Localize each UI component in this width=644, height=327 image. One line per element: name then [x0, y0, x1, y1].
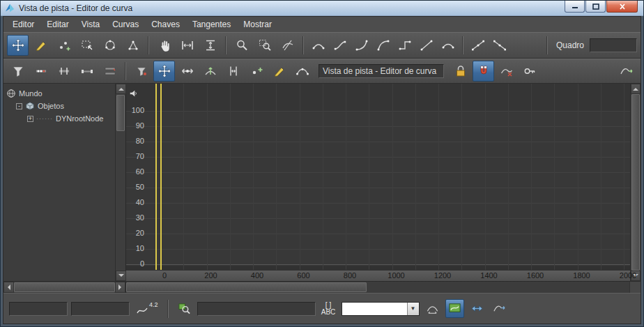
rotate-keys-button[interactable] — [99, 35, 121, 56]
track-view-name-field[interactable]: Vista de pista - Editor de curva — [319, 64, 444, 78]
titlebar[interactable]: Vista de pista - Editor de curva — [1, 1, 643, 16]
menu-curvas[interactable]: Curvas — [106, 17, 145, 31]
curve-glyph-icon — [136, 304, 148, 317]
zoom-value-extents-button[interactable] — [199, 35, 221, 56]
tree-item-dynrootnode[interactable]: + ······ DYNrootNode — [6, 112, 123, 125]
blue-arrows-icon — [470, 302, 484, 315]
tree-connector: ······ — [36, 115, 53, 122]
zoom-horizontal-extents-button[interactable] — [176, 35, 198, 56]
expand-expander[interactable]: + — [27, 116, 33, 122]
track-set-dropdown[interactable]: ▼ — [342, 302, 420, 316]
minimize-button[interactable] — [565, 1, 585, 13]
curve-value-indicator: 4.2 — [136, 301, 158, 317]
filter-selected-tracks-button[interactable] — [130, 61, 152, 82]
menu-chaves[interactable]: Chaves — [145, 17, 186, 31]
show-selected-key-stats-button[interactable]: [ ] ABC — [319, 299, 338, 318]
select-by-name-field[interactable] — [197, 302, 316, 316]
add-keys-button[interactable] — [53, 35, 75, 56]
frame-value-field[interactable] — [590, 38, 637, 52]
key-time-field[interactable] — [9, 302, 68, 316]
tree-hscroll-thumb[interactable] — [14, 282, 115, 292]
scale-keys-tool-button[interactable] — [122, 35, 144, 56]
add-keys-mode-button[interactable] — [245, 61, 267, 82]
menu-vista[interactable]: Vista — [75, 17, 106, 31]
pan-keys-button[interactable] — [468, 299, 486, 318]
curve-arrow-icon — [493, 302, 506, 315]
canvas-vertical-scrollbar[interactable] — [630, 84, 641, 281]
move-keys-button[interactable] — [7, 35, 29, 56]
position-ranges-mode-button[interactable] — [99, 61, 121, 82]
tangents-step-button[interactable] — [394, 35, 415, 56]
tree-scroll-thumb[interactable] — [116, 95, 125, 131]
draw-curves-button[interactable] — [30, 35, 52, 56]
tangents-smooth-button[interactable] — [438, 35, 458, 56]
tangents-linear-button[interactable] — [416, 35, 436, 56]
tangents-slow-button[interactable] — [373, 35, 393, 56]
isolate-curve-button[interactable] — [277, 35, 298, 56]
scale-keys-button[interactable] — [222, 61, 244, 82]
canvas-vscroll-thumb[interactable] — [631, 94, 640, 271]
scale-values-button[interactable] — [199, 61, 221, 82]
scroll-left-arrow[interactable] — [3, 282, 14, 293]
close-button[interactable] — [606, 1, 638, 13]
funnel-small-icon — [135, 64, 148, 78]
time-cursor-line[interactable] — [155, 84, 157, 270]
tree-item-objetos[interactable]: - Objetos — [6, 100, 123, 112]
zoom-time-extents-button[interactable] — [490, 299, 509, 318]
zoom-horizontal-extents-keys-button[interactable] — [423, 299, 442, 318]
edit-ranges-mode-button[interactable] — [76, 61, 98, 82]
tangents-auto-button[interactable] — [308, 35, 328, 56]
menu-tangentes[interactable]: Tangentes — [186, 17, 237, 31]
key-value-field[interactable] — [71, 302, 130, 316]
v-extents-icon — [204, 38, 217, 52]
time-ruler-label: 2000 — [620, 271, 636, 280]
dropdown-caret-icon[interactable]: ▼ — [407, 303, 419, 315]
tree-horizontal-scrollbar[interactable] — [3, 282, 126, 293]
move-keys-mode-button[interactable] — [153, 61, 175, 82]
pan-button[interactable] — [153, 35, 175, 56]
draw-curves-mode-button[interactable] — [268, 61, 290, 82]
show-keyable-icons-button[interactable] — [496, 61, 517, 82]
simplify-curve-button[interactable] — [291, 61, 313, 82]
key-mode-button[interactable] — [519, 61, 540, 82]
scroll-up-arrow[interactable] — [116, 84, 126, 94]
select-region-button[interactable] — [76, 35, 98, 56]
maximize-button[interactable] — [585, 1, 606, 13]
scroll-right-arrow[interactable] — [115, 282, 125, 293]
menu-mostrar[interactable]: Mostrar — [237, 17, 278, 31]
slide-keys-button[interactable] — [176, 61, 198, 82]
tangents-spline-button[interactable] — [330, 35, 350, 56]
zoom-button[interactable] — [231, 35, 252, 56]
grid-vertical-line — [461, 84, 462, 270]
tangents-fast-button[interactable] — [351, 35, 371, 56]
lock-tangents-button[interactable] — [450, 61, 471, 82]
right-triangle-icon — [118, 284, 124, 290]
curve-canvas[interactable]: 1009080706050403020100 — [126, 84, 630, 270]
scroll-down-arrow[interactable] — [116, 271, 126, 281]
filters-button[interactable] — [7, 61, 29, 82]
simplify-curve-icon — [296, 64, 309, 78]
zoom-value-extents-selected-button[interactable] — [445, 299, 464, 318]
collapse-expander[interactable]: - — [16, 103, 22, 109]
break-tangents-button[interactable] — [468, 35, 488, 56]
zoom-selected-object-button[interactable] — [175, 299, 194, 318]
canvas-horizontal-scrollbar[interactable] — [126, 282, 629, 293]
unify-tangents-button[interactable] — [489, 35, 509, 56]
scroll-up-arrow[interactable] — [631, 84, 641, 94]
edit-time-mode-button[interactable] — [53, 61, 75, 82]
menu-editor[interactable]: Editor — [6, 17, 40, 31]
canvas-hscroll-thumb[interactable] — [126, 282, 367, 292]
track-view-window: Vista de pista - Editor de curva Editor … — [0, 0, 644, 327]
zoom-region-icon — [258, 38, 272, 52]
snap-frames-button[interactable] — [473, 61, 494, 82]
separator — [462, 36, 463, 54]
edit-keys-mode-button[interactable] — [30, 61, 52, 82]
time-ruler[interactable]: 0200400600800100012001400160018002000 — [126, 270, 630, 281]
menu-editar[interactable]: Editar — [40, 17, 75, 31]
zoom-region-button[interactable] — [254, 35, 275, 56]
tree-item-mundo[interactable]: Mundo — [6, 87, 123, 100]
tree-vertical-scrollbar[interactable] — [115, 84, 125, 281]
parameter-out-of-range-button[interactable] — [615, 61, 637, 82]
time-ruler-label: 600 — [297, 271, 309, 280]
time-cursor-line[interactable] — [160, 84, 162, 270]
